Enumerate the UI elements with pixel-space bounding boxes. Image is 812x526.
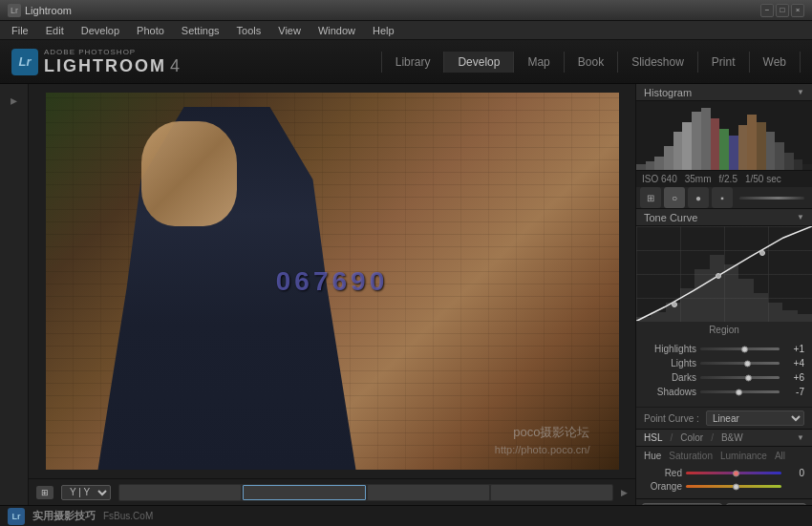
highlights-thumb[interactable] — [741, 346, 748, 352]
thumb-3[interactable] — [368, 485, 489, 500]
menu-help[interactable]: Help — [365, 23, 402, 38]
lights-row: Lights +4 — [644, 358, 804, 368]
nav-slideshow[interactable]: Slideshow — [618, 52, 698, 73]
nav-print[interactable]: Print — [698, 52, 750, 73]
tab-color[interactable]: Color — [680, 432, 703, 443]
menu-develop[interactable]: Develop — [74, 23, 127, 38]
view-select[interactable]: Y | Y — [61, 485, 111, 500]
menu-settings[interactable]: Settings — [174, 23, 227, 38]
left-panel: ◀ — [0, 84, 29, 505]
close-button[interactable]: × — [791, 4, 804, 17]
point-curve-select[interactable]: Linear Medium Contrast Strong Contrast — [706, 410, 804, 426]
curve-dot-3[interactable] — [759, 250, 765, 256]
lights-thumb[interactable] — [744, 360, 751, 367]
statusbar: Lr 实用摄影技巧 FsBus.CoM — [0, 505, 812, 526]
tone-curve-section: Tone Curve ▼ — [636, 209, 812, 429]
menu-view[interactable]: View — [270, 23, 309, 38]
focal-value: 35mm — [685, 174, 712, 184]
nav-library[interactable]: Library — [381, 52, 445, 73]
red-thumb[interactable] — [733, 470, 739, 476]
hbar-8 — [701, 108, 711, 170]
curve-dot-2[interactable] — [716, 273, 721, 279]
hsl-subtabs: Hue Saturation Luminance All — [636, 447, 812, 464]
rect-tool[interactable]: ▪ — [712, 187, 733, 208]
tone-curve-header[interactable]: Tone Curve ▼ — [636, 209, 812, 226]
status-website: FsBus.CoM — [103, 511, 153, 521]
tool-slider[interactable] — [739, 197, 804, 200]
point-curve-row: Point Curve : Linear Medium Contrast Str… — [636, 407, 812, 429]
orange-thumb[interactable] — [733, 483, 739, 490]
curve-dot-1[interactable] — [672, 302, 677, 307]
tab-hsl[interactable]: HSL — [644, 432, 662, 443]
reset-button[interactable]: Reset — [726, 503, 806, 505]
view-icon[interactable]: ⊞ — [36, 486, 53, 499]
filmstrip[interactable] — [118, 484, 613, 501]
nav-web[interactable]: Web — [750, 52, 801, 73]
watermark-text: 067690 — [276, 266, 388, 297]
dot-tool[interactable]: ● — [688, 187, 709, 208]
right-scroll-btn[interactable]: ▶ — [621, 488, 628, 497]
subtab-all[interactable]: All — [775, 451, 785, 461]
highlights-label: Highlights — [644, 344, 696, 354]
menu-window[interactable]: Window — [310, 23, 363, 38]
nav-map[interactable]: Map — [514, 52, 564, 73]
nav-book[interactable]: Book — [565, 52, 618, 73]
titlebar: Lr Lightroom − □ × — [0, 0, 812, 21]
highlights-track[interactable] — [700, 347, 780, 350]
bottom-buttons: Previous Reset — [636, 498, 812, 505]
subtab-luminance[interactable]: Luminance — [720, 451, 767, 461]
hsl-header: HSL / Color / B&W ▼ — [636, 430, 812, 447]
iso-value: ISO 640 — [642, 174, 677, 184]
menu-file[interactable]: File — [4, 23, 36, 38]
hbar-3 — [654, 157, 664, 170]
left-panel-label: ◀ — [10, 97, 19, 107]
point-curve-label: Point Curve : — [644, 413, 699, 424]
orange-track[interactable] — [686, 485, 781, 488]
lights-track[interactable] — [700, 362, 780, 365]
aperture-value: f/2.5 — [719, 174, 737, 184]
histogram-title: Histogram — [644, 87, 692, 98]
menu-tools[interactable]: Tools — [229, 23, 269, 38]
menu-edit[interactable]: Edit — [38, 23, 72, 38]
orange-row: Orange — [644, 481, 804, 492]
photo-frame: 067690 poco摄影论坛 http://photo.poco.cn/ — [46, 93, 619, 470]
main: ◀ 067690 poco摄影论坛 http://photo.poco.cn/ … — [0, 84, 812, 505]
thumb-4[interactable] — [491, 485, 612, 500]
previous-button[interactable]: Previous — [642, 503, 722, 505]
red-track[interactable] — [686, 472, 781, 474]
histogram-bars — [636, 101, 812, 170]
watermark-brand: poco摄影论坛 — [513, 424, 589, 441]
menu-photo[interactable]: Photo — [129, 23, 172, 38]
hbar-green-1 — [719, 129, 729, 170]
thumb-1[interactable] — [119, 485, 241, 500]
histogram-header[interactable]: Histogram ▼ — [636, 84, 812, 101]
darks-thumb[interactable] — [745, 374, 752, 381]
red-value: 0 — [785, 468, 804, 478]
circle-tool[interactable]: ○ — [664, 187, 685, 208]
maximize-button[interactable]: □ — [776, 4, 789, 17]
status-lr-badge: Lr — [8, 508, 25, 525]
subtab-hue[interactable]: Hue — [644, 451, 661, 461]
subtab-saturation[interactable]: Saturation — [669, 451, 713, 461]
hbar-4 — [664, 146, 673, 170]
thumb-2[interactable] — [243, 485, 366, 500]
brand-version: 4 — [170, 56, 180, 76]
shadows-thumb[interactable] — [736, 389, 742, 395]
right-panel: Histogram ▼ — [635, 84, 812, 505]
nav-develop[interactable]: Develop — [444, 52, 514, 73]
header: Lr ADOBE PHOTOSHOP LIGHTROOM 4 Library D… — [0, 40, 812, 84]
red-row: Red 0 — [644, 468, 804, 478]
shadows-track[interactable] — [700, 390, 780, 393]
darks-row: Darks +6 — [644, 372, 804, 383]
tab-bw[interactable]: B&W — [721, 432, 743, 443]
photo-area: 067690 poco摄影论坛 http://photo.poco.cn/ — [29, 84, 635, 478]
darks-track[interactable] — [700, 376, 780, 379]
minimize-button[interactable]: − — [760, 4, 774, 17]
brand-small: ADOBE PHOTOSHOP — [44, 48, 180, 56]
highlights-value: +1 — [783, 344, 804, 354]
hsl-arrow: ▼ — [797, 433, 804, 442]
highlights-row: Highlights +1 — [644, 344, 804, 354]
center-panel: 067690 poco摄影论坛 http://photo.poco.cn/ ⊞ … — [29, 84, 635, 505]
grid-tool[interactable]: ⊞ — [640, 187, 661, 208]
hsl-tabs: HSL / Color / B&W — [644, 432, 743, 443]
